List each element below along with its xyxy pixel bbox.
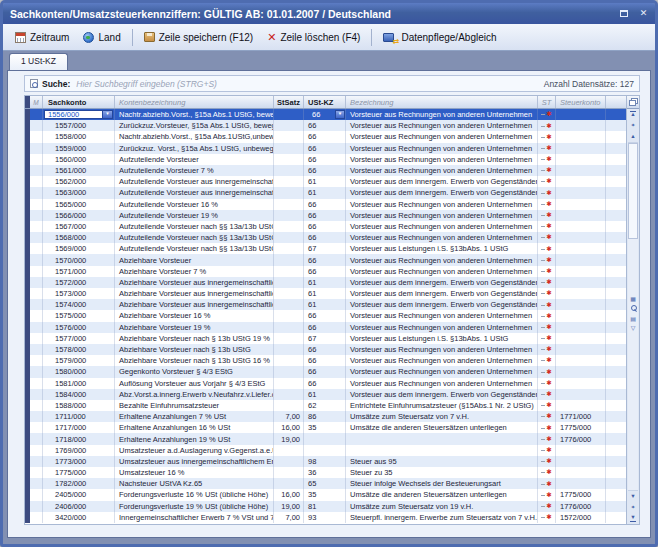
marker-cell[interactable] xyxy=(30,243,43,254)
marker-cell[interactable] xyxy=(30,489,43,500)
sachkonto-cell[interactable]: 1580/000 1580/000 ▼ xyxy=(43,366,115,377)
ust-kz-cell[interactable]: 66 66 ▼ xyxy=(304,322,346,333)
marker-cell[interactable] xyxy=(30,512,43,523)
marker-cell[interactable] xyxy=(30,422,43,433)
stsatz-cell[interactable] xyxy=(274,187,304,198)
stsatz-cell[interactable] xyxy=(274,467,304,478)
marker-cell[interactable] xyxy=(30,467,43,478)
ust-kz-cell[interactable]: 66 66 ▼ xyxy=(304,310,346,321)
scroll-down-button[interactable]: ▼ xyxy=(627,491,639,502)
marker-cell[interactable] xyxy=(30,266,43,277)
ust-kz-cell[interactable]: 66 66 ▼ xyxy=(304,254,346,265)
sachkonto-cell[interactable]: 1561/000 1561/000 ▼ xyxy=(43,165,115,176)
table-row[interactable]: 1562/000 1562/000 ▼ Aufzuteilende Vorste… xyxy=(25,176,626,187)
header-marker[interactable]: M xyxy=(30,96,43,108)
stsatz-cell[interactable] xyxy=(274,288,304,299)
datenpflege-button[interactable]: Datenpflege/Abgleich xyxy=(376,29,503,46)
columns-icon[interactable]: ▦ xyxy=(630,296,636,302)
stsatz-cell[interactable] xyxy=(274,389,304,400)
marker-cell[interactable] xyxy=(30,478,43,489)
ust-kz-cell[interactable]: 61 61 ▼ xyxy=(304,277,346,288)
sachkonto-cell[interactable]: 1563/000 1563/000 ▼ xyxy=(43,187,115,198)
sachkonto-cell[interactable]: 2405/000 2405/000 ▼ xyxy=(43,489,115,500)
sachkonto-cell[interactable]: 1560/000 1560/000 ▼ xyxy=(43,154,115,165)
ust-kz-cell[interactable]: 66 66 ▼ xyxy=(304,355,346,366)
ust-kz-cell[interactable]: 66 66 ▼ xyxy=(304,366,346,377)
stsatz-cell[interactable] xyxy=(274,355,304,366)
zeitraum-button[interactable]: Zeitraum xyxy=(8,29,76,46)
header-steuerkonto[interactable]: Steuerkonto xyxy=(556,96,606,108)
header-kontenbezeichnung[interactable]: Kontenbezeichnung xyxy=(115,96,274,108)
table-row[interactable]: 1782/000 1782/000 ▼ Nachsteuer UStVA Kz.… xyxy=(25,478,626,489)
sachkonto-cell[interactable]: 1567/000 1567/000 ▼ xyxy=(43,221,115,232)
table-row[interactable]: 1717/000 1717/000 ▼ Erhaltene Anzahlunge… xyxy=(25,422,626,433)
stsatz-cell[interactable] xyxy=(274,210,304,221)
table-row[interactable]: 1559/000 1559/000 ▼ Zurückzuz. Vorst., §… xyxy=(25,143,626,154)
ust-kz-cell[interactable]: 66 66 ▼ xyxy=(304,154,346,165)
dropdown-button[interactable]: ▼ xyxy=(335,110,345,120)
stsatz-cell[interactable]: 7,00 xyxy=(274,512,304,523)
sachkonto-cell[interactable]: 1572/000 1572/000 ▼ xyxy=(43,277,115,288)
marker-cell[interactable] xyxy=(30,277,43,288)
stsatz-cell[interactable] xyxy=(274,143,304,154)
marker-cell[interactable] xyxy=(30,322,43,333)
sachkonto-cell[interactable]: 1557/000 1557/000 ▼ xyxy=(43,120,115,131)
marker-cell[interactable] xyxy=(30,378,43,389)
land-button[interactable]: Land xyxy=(76,29,127,46)
table-row[interactable]: 1711/000 1711/000 ▼ Erhaltene Anzahlunge… xyxy=(25,411,626,422)
filter-icon[interactable]: ▽ xyxy=(631,325,636,331)
table-row[interactable]: 1581/000 1581/000 ▼ Auflösung Vorsteuer … xyxy=(25,378,626,389)
ust-kz-cell[interactable]: 66 66 ▼ xyxy=(304,120,346,131)
zeile-speichern-button[interactable]: Zeile speichern (F12) xyxy=(137,29,260,46)
ust-kz-cell[interactable]: 62 62 ▼ xyxy=(304,400,346,411)
sachkonto-cell[interactable]: 1769/000 1769/000 ▼ xyxy=(43,445,115,456)
sachkonto-cell[interactable]: 3420/000 3420/000 ▼ xyxy=(43,512,115,523)
ust-kz-cell[interactable]: 61 61 ▼ xyxy=(304,299,346,310)
table-row[interactable]: 1718/000 1718/000 ▼ Erhaltene Anzahlunge… xyxy=(25,433,626,444)
ust-kz-cell[interactable]: 66 66 ▼ xyxy=(304,143,346,154)
stsatz-cell[interactable] xyxy=(274,120,304,131)
table-row[interactable]: 1578/000 1578/000 ▼ Abziehbare Vorsteuer… xyxy=(25,344,626,355)
marker-cell[interactable] xyxy=(30,254,43,265)
tab-ust-kz[interactable]: 1 USt-KZ xyxy=(9,53,68,70)
sachkonto-cell[interactable]: 1588/000 1588/000 ▼ xyxy=(43,400,115,411)
marker-cell[interactable] xyxy=(30,221,43,232)
stsatz-cell[interactable]: 16,00 xyxy=(274,489,304,500)
stsatz-cell[interactable] xyxy=(274,232,304,243)
marker-cell[interactable] xyxy=(30,456,43,467)
ust-kz-cell[interactable]: 98 98 ▼ xyxy=(304,456,346,467)
ust-kz-cell[interactable]: 61 61 ▼ xyxy=(304,389,346,400)
stsatz-cell[interactable] xyxy=(274,445,304,456)
ust-kz-cell[interactable]: 66 66 ▼ xyxy=(304,131,346,142)
ust-kz-cell[interactable]: 61 61 ▼ xyxy=(304,187,346,198)
marker-cell[interactable] xyxy=(30,344,43,355)
sachkonto-cell[interactable]: 1782/000 1782/000 ▼ xyxy=(43,478,115,489)
sachkonto-cell[interactable]: 2406/000 2406/000 ▼ xyxy=(43,501,115,512)
ust-kz-cell[interactable]: 66 66 ▼ xyxy=(304,232,346,243)
sachkonto-cell[interactable]: 1711/000 1711/000 ▼ xyxy=(43,411,115,422)
stsatz-cell[interactable] xyxy=(274,344,304,355)
stsatz-cell[interactable] xyxy=(274,378,304,389)
stsatz-cell[interactable] xyxy=(274,131,304,142)
ust-kz-cell[interactable]: 66 66 ▼ xyxy=(304,221,346,232)
table-row[interactable]: 1566/000 1566/000 ▼ Aufzuteilende Vorste… xyxy=(25,210,626,221)
table-row[interactable]: 1588/000 1588/000 ▼ Bezahlte Einfuhrumsa… xyxy=(25,400,626,411)
sachkonto-cell[interactable]: 1717/000 1717/000 ▼ xyxy=(43,422,115,433)
stsatz-cell[interactable] xyxy=(274,109,304,120)
ust-kz-cell[interactable]: 66 66 ▼ xyxy=(304,210,346,221)
sachkonto-cell[interactable]: 1578/000 1578/000 ▼ xyxy=(43,344,115,355)
marker-cell[interactable] xyxy=(30,389,43,400)
stsatz-cell[interactable] xyxy=(274,322,304,333)
table-row[interactable]: 3420/000 3420/000 ▼ Innergemeinschaftlic… xyxy=(25,512,626,523)
stsatz-cell[interactable] xyxy=(274,478,304,489)
stsatz-cell[interactable] xyxy=(274,400,304,411)
marker-cell[interactable] xyxy=(30,366,43,377)
stsatz-cell[interactable]: 19,00 xyxy=(274,433,304,444)
sachkonto-editor[interactable]: 1556/000 ▼ xyxy=(44,110,113,120)
marker-cell[interactable] xyxy=(30,400,43,411)
ust-kz-cell[interactable]: 65 65 ▼ xyxy=(304,478,346,489)
marker-cell[interactable] xyxy=(30,143,43,154)
marker-cell[interactable] xyxy=(30,333,43,344)
table-row[interactable]: 1575/000 1575/000 ▼ Abziehbare Vorsteuer… xyxy=(25,310,626,321)
stsatz-cell[interactable] xyxy=(274,254,304,265)
